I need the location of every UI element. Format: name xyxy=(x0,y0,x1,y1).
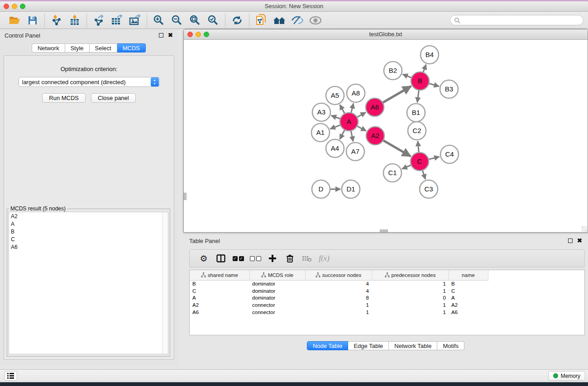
table-cell[interactable]: C xyxy=(449,287,488,295)
table-row[interactable]: Bdominator41B xyxy=(190,280,493,287)
window-resize-grip[interactable] xyxy=(582,226,587,232)
table-cell[interactable]: A2 xyxy=(449,301,488,309)
result-item[interactable]: B xyxy=(9,228,168,235)
tab-style[interactable]: Style xyxy=(65,43,90,52)
table-settings-icon[interactable]: ⚙ xyxy=(195,252,212,265)
minimize-window-button[interactable] xyxy=(12,4,17,9)
node-C2[interactable]: C2 xyxy=(408,122,426,140)
table-row[interactable]: Cdominator41C xyxy=(190,287,493,295)
table-cell[interactable]: 1 xyxy=(372,280,449,287)
node-A8[interactable]: A8 xyxy=(347,84,365,102)
node-A7[interactable]: A7 xyxy=(346,143,364,161)
table-cell[interactable]: 1 xyxy=(305,301,372,309)
node-A1[interactable]: A1 xyxy=(311,124,330,142)
node-B[interactable]: B xyxy=(411,72,429,90)
table-cell[interactable]: connector xyxy=(249,301,305,309)
node-C3[interactable]: C3 xyxy=(420,180,438,198)
column-header[interactable]: predecessor nodes xyxy=(372,270,449,280)
table-cell[interactable]: A xyxy=(449,295,488,302)
delete-table-icon[interactable] xyxy=(298,252,316,265)
table-cell[interactable]: A6 xyxy=(449,309,488,316)
float-panel-icon[interactable] xyxy=(159,33,163,38)
task-history-button[interactable] xyxy=(4,371,17,381)
table-cell[interactable]: connector xyxy=(249,309,305,316)
criterion-dropdown[interactable]: largest connected component (directed) ▲… xyxy=(19,77,160,87)
import-table-icon[interactable] xyxy=(66,13,84,28)
network-minimize-button[interactable] xyxy=(196,32,201,37)
column-header[interactable]: MCDS role xyxy=(249,270,305,280)
close-window-button[interactable] xyxy=(4,4,9,9)
zoom-out-icon[interactable] xyxy=(168,13,186,28)
column-header[interactable]: successor nodes xyxy=(305,270,372,280)
node-B3[interactable]: B3 xyxy=(440,80,458,98)
node-A6[interactable]: A6 xyxy=(366,98,384,116)
table-cell[interactable]: B xyxy=(449,280,488,287)
table-cell[interactable]: A xyxy=(190,295,249,302)
column-header[interactable]: shared name xyxy=(190,270,249,280)
table-row[interactable]: A2connector11A2 xyxy=(190,301,493,309)
memory-button[interactable]: Memory xyxy=(548,371,585,381)
close-panel-icon[interactable]: ✖ xyxy=(168,33,173,38)
table-cell[interactable]: 1 xyxy=(372,287,449,295)
network-window-titlebar[interactable]: testGlobe.txt xyxy=(184,29,588,40)
tab-network-table[interactable]: Network Table xyxy=(389,341,437,350)
node-B4[interactable]: B4 xyxy=(421,46,439,64)
table-row[interactable]: A6connector11A6 xyxy=(190,309,493,316)
network-graph[interactable]: B4B2BB3A8A5A6A3B1AC2A1A2A4A7C4CC1C3DD1 xyxy=(184,40,588,232)
tab-network[interactable]: Network xyxy=(32,43,65,52)
network-close-button[interactable] xyxy=(187,32,193,37)
node-C4[interactable]: C4 xyxy=(440,145,459,163)
table-float-icon[interactable] xyxy=(568,238,573,243)
search-box[interactable] xyxy=(450,15,583,25)
search-input[interactable] xyxy=(460,16,583,24)
network-canvas[interactable]: B4B2BB3A8A5A6A3B1AC2A1A2A4A7C4CC1C3DD1 xyxy=(184,40,588,232)
table-cell[interactable]: dominator xyxy=(249,280,305,287)
tab-edge-table[interactable]: Edge Table xyxy=(348,341,389,350)
result-item[interactable]: A6 xyxy=(9,243,168,251)
show-details-icon[interactable] xyxy=(306,13,325,28)
import-network-icon[interactable] xyxy=(48,13,66,28)
table-cell[interactable]: dominator xyxy=(249,287,305,295)
hide-details-icon[interactable] xyxy=(288,13,306,28)
node-A[interactable]: A xyxy=(340,113,358,131)
delete-column-icon[interactable] xyxy=(281,252,298,265)
node-D1[interactable]: D1 xyxy=(342,180,360,198)
tab-select[interactable]: Select xyxy=(90,43,117,52)
export-network-icon[interactable] xyxy=(90,13,108,28)
unselect-all-columns-icon[interactable] xyxy=(247,252,264,265)
node-B1[interactable]: B1 xyxy=(407,104,425,122)
canvas-horizontal-scrollbar[interactable] xyxy=(380,229,388,232)
node-C1[interactable]: C1 xyxy=(383,164,402,182)
result-list-scrollbar[interactable] xyxy=(162,212,168,354)
table-cell[interactable]: 8 xyxy=(305,295,372,302)
tab-mcds[interactable]: MCDS xyxy=(117,43,146,52)
zoom-selected-icon[interactable] xyxy=(204,13,222,28)
save-session-icon[interactable] xyxy=(24,13,42,28)
table-cell[interactable]: 4 xyxy=(305,287,372,295)
canvas-vertical-scrollbar[interactable] xyxy=(184,193,186,200)
node-A2[interactable]: A2 xyxy=(366,127,384,145)
apply-layout-icon[interactable] xyxy=(228,13,246,28)
column-header[interactable]: name xyxy=(449,270,488,280)
table-cell[interactable]: A6 xyxy=(190,309,249,316)
node-A3[interactable]: A3 xyxy=(312,103,330,121)
node-B2[interactable]: B2 xyxy=(384,62,402,80)
function-builder-icon[interactable]: f(x) xyxy=(316,252,333,265)
run-mcds-button[interactable]: Run MCDS xyxy=(42,93,86,103)
table-close-icon[interactable]: ✖ xyxy=(577,238,582,243)
open-file-icon[interactable] xyxy=(5,13,24,28)
zoom-fit-icon[interactable] xyxy=(186,13,204,28)
result-item[interactable]: C xyxy=(9,235,168,243)
tab-node-table[interactable]: Node Table xyxy=(307,341,349,350)
network-maximize-button[interactable] xyxy=(204,32,209,37)
close-panel-button[interactable]: Close panel xyxy=(91,93,136,103)
export-image-icon[interactable] xyxy=(126,13,144,28)
result-item[interactable]: A2 xyxy=(9,212,168,220)
table-cell[interactable]: 4 xyxy=(305,280,372,287)
zoom-in-icon[interactable] xyxy=(150,13,168,28)
mcds-result-list[interactable]: A2ABCA6 xyxy=(9,212,168,354)
node-A4[interactable]: A4 xyxy=(326,139,344,157)
table-cell[interactable]: 1 xyxy=(305,309,372,316)
first-neighbors-icon[interactable] xyxy=(270,13,288,28)
add-column-icon[interactable] xyxy=(264,252,281,265)
